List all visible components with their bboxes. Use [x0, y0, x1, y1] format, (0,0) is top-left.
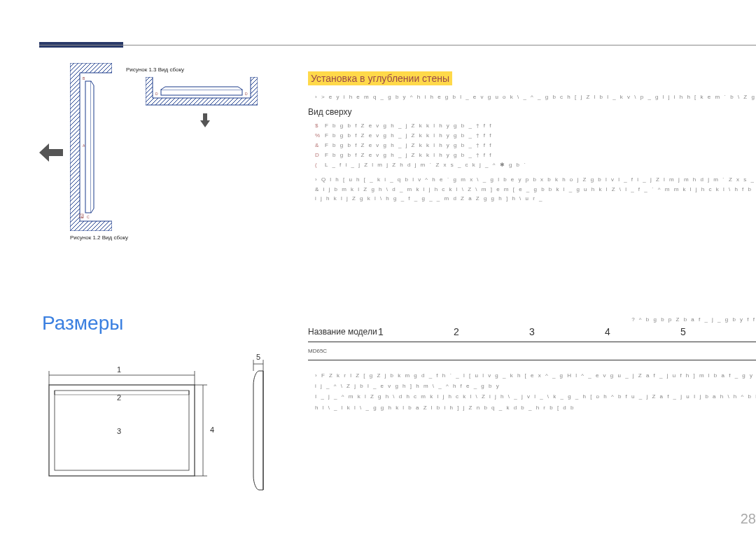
th-model: Название модели: [308, 327, 378, 337]
install-title: Установка в углублении стены: [308, 71, 452, 85]
label-D-right: D: [245, 92, 248, 96]
clearance-row: (L _ f i _ j Z l m j Z h d j m ` Z x s _…: [315, 162, 756, 168]
td-cell: [529, 348, 605, 354]
clearance-list: $F b g b f Z e v g h _ j Z k k l h y g b…: [315, 122, 756, 168]
clearance-row: %F b g b f Z e v g h _ j Z k k l h y g b…: [315, 132, 756, 139]
label-D-left: D: [155, 92, 158, 96]
clearance-row: &F b g b f Z e v g h _ j Z k k l h y g b…: [315, 142, 756, 148]
table-header-row: Название модели 1 2 3 4 5: [308, 326, 756, 342]
page-root: Рисунок 1.3 Вид сбоку D D: [0, 0, 756, 534]
figure-1-3-caption: Рисунок 1.3 Вид сбоку: [126, 66, 184, 73]
dimensions-heading: Размеры: [42, 312, 123, 335]
dim-3: 3: [117, 427, 121, 435]
install-section: Установка в углублении стены › > e y i h…: [308, 71, 756, 204]
label-E: E: [81, 215, 84, 219]
svg-rect-3: [49, 385, 195, 476]
install-intro: › > e y i h e m q _ g b y ^ h i h e g b …: [315, 94, 756, 100]
svg-rect-4: [55, 391, 189, 470]
table-notes: › F Z k r l Z [ g Z j b k m g d _ f h ` …: [315, 370, 756, 413]
th-col-5: 5: [680, 326, 756, 337]
label-B: B: [83, 76, 85, 80]
figure-1-2: B A C E: [70, 63, 112, 231]
th-col-4: 4: [605, 326, 680, 337]
td-cell: [378, 348, 454, 354]
page-number: 28: [741, 511, 756, 527]
install-note: › Q l h [ u h [ _ k i _ q b l v ^ h e ` …: [315, 175, 756, 204]
label-A: A: [83, 143, 85, 148]
clearance-row: DF b g b f Z e v g h _ j Z k k l h y g b…: [315, 152, 756, 158]
td-cell: [454, 348, 529, 354]
label-C: C: [87, 215, 90, 219]
header-rule: [39, 45, 756, 45]
th-col-1: 1: [378, 326, 454, 337]
dimensions-figures: 1 2 3 4 5: [42, 350, 280, 504]
svg-rect-1: [85, 81, 91, 213]
dim-4: 4: [210, 426, 214, 434]
figure-1-3: D D: [146, 77, 258, 112]
td-cell: [680, 348, 756, 354]
td-cell: [605, 348, 680, 354]
arrow-left-icon: [39, 143, 63, 162]
clearance-row: $F b g b f Z e v g h _ j Z k k l h y g b…: [315, 122, 756, 129]
topview-heading: Вид сверху: [308, 107, 756, 117]
arrow-down-icon: [200, 113, 210, 127]
unit-label: ? ^ b g b p Z b a f _ j _ g b y f f: [631, 316, 756, 323]
td-model: MD65C: [308, 348, 378, 354]
svg-rect-0: [161, 90, 242, 95]
dimensions-table: Название модели 1 2 3 4 5 MD65C › F Z k …: [308, 326, 756, 413]
dim-1: 1: [117, 365, 121, 374]
table-row: MD65C: [308, 342, 756, 360]
th-col-2: 2: [454, 326, 529, 337]
th-col-3: 3: [529, 326, 605, 337]
figure-1-2-caption: Рисунок 1.2 Вид сбоку: [70, 234, 128, 241]
dim-5: 5: [256, 353, 260, 361]
